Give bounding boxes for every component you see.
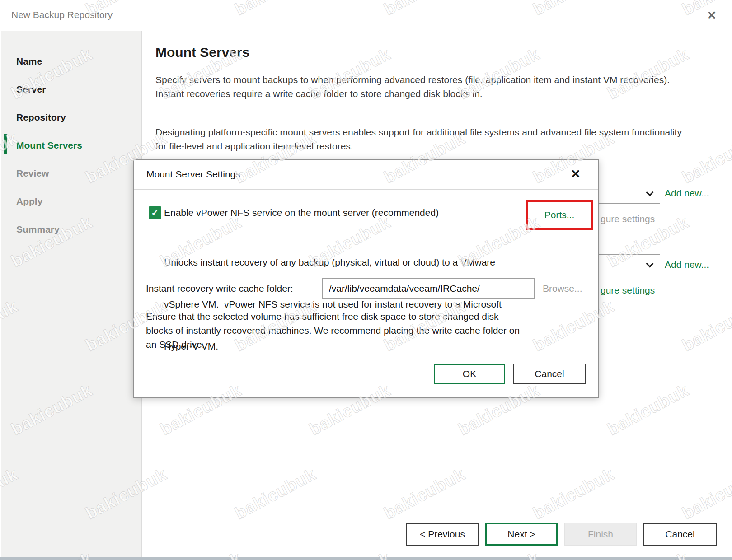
page-intro-text: Specify servers to mount backups to when… [155,73,694,101]
active-step-indicator [4,134,7,154]
enable-vpower-nfs-checkbox[interactable]: ✓ [149,206,161,219]
chevron-down-icon [646,189,654,196]
wizard-steps-sidebar: Name Server Repository Mount Servers Rev… [1,31,142,557]
watermark-text: bakicubuk [231,464,319,523]
cancel-button[interactable]: Cancel [643,523,717,546]
red-highlight-annotation: Ports... [526,200,593,230]
watermark-text: bakicubuk [679,464,732,523]
window-close-icon[interactable]: ✕ [703,7,721,24]
sidebar-item-apply[interactable]: Apply [16,187,42,215]
watermark-text: bakicubuk [679,296,732,355]
sidebar-item-mount-servers[interactable]: Mount Servers [16,131,82,159]
dialog-title: Mount Server Settings [146,160,240,188]
vpower-description-text: Unlocks instant recovery of any backup (… [164,227,544,381]
sidebar-item-name[interactable]: Name [16,47,42,75]
sidebar-item-review[interactable]: Review [16,159,49,187]
finish-button: Finish [564,523,637,546]
ok-button[interactable]: OK [434,364,505,384]
mount-servers-note-text: Designating platform-specific mount serv… [155,125,694,153]
window-title: New Backup Repository [11,0,113,29]
sidebar-item-server[interactable]: Server [16,75,46,103]
previous-button[interactable]: < Previous [406,523,479,546]
browse-button: Browse... [543,278,582,299]
add-new-link-1[interactable]: Add new... [665,183,732,204]
sidebar-item-summary[interactable]: Summary [16,215,60,243]
cache-folder-label: Instant recovery write cache folder: [146,278,293,299]
watermark-text: bakicubuk [604,380,692,439]
dialog-close-icon[interactable]: ✕ [568,166,584,182]
dialog-cancel-button[interactable]: Cancel [513,364,586,384]
disk-space-warning-text: Ensure that the selected volume has suff… [146,309,580,351]
application-window: New Backup Repository ✕ Name Server Repo… [0,0,732,560]
cache-folder-input[interactable] [322,278,535,299]
description-line: Unlocks instant recovery of any backup (… [164,255,544,269]
window-bottom-edge [0,557,732,560]
configure-settings-link-2[interactable]: gure settings [601,285,655,296]
mount-server-settings-dialog: Mount Server Settings ✕ ✓ Enable vPower … [133,159,599,398]
watermark-text: bakicubuk [380,464,468,523]
watermark-text: bakicubuk [530,464,617,523]
next-button[interactable]: Next > [485,523,558,546]
enable-vpower-nfs-label: Enable vPower NFS service on the mount s… [164,206,439,219]
configure-settings-link-1: gure settings [601,213,655,225]
page-title: Mount Servers [155,45,249,60]
section-divider [155,109,694,109]
checkmark-icon: ✓ [151,208,159,218]
sidebar-item-repository[interactable]: Repository [16,103,66,131]
warning-line: Ensure that the selected volume has suff… [146,309,580,323]
dialog-header-divider [134,189,598,190]
warning-line: an SSD drive. [146,337,580,351]
chevron-down-icon [646,260,654,268]
title-bar: New Backup Repository ✕ [0,0,732,30]
add-new-link-2[interactable]: Add new... [665,254,732,275]
ports-link[interactable]: Ports... [544,210,575,220]
warning-line: blocks of instantly recovered machines. … [146,323,580,337]
